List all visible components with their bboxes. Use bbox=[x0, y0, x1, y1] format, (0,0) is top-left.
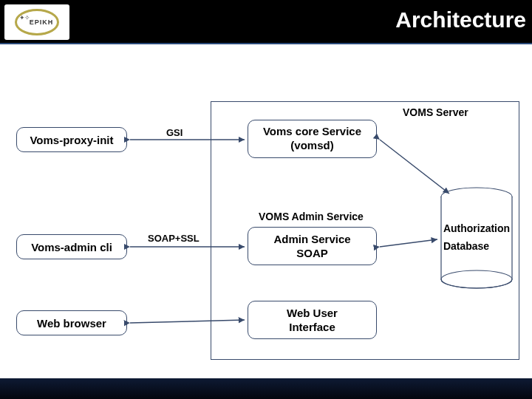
node-label-line2: (vomsd) bbox=[290, 139, 333, 153]
node-admin-service: Admin Service SOAP bbox=[248, 227, 377, 265]
node-label: Web browser bbox=[37, 317, 106, 330]
node-label: Voms-proxy-init bbox=[30, 134, 113, 146]
diagram-canvas: VOMS Server Voms-proxy-init Voms-admin c… bbox=[0, 46, 532, 371]
db-label-line2: Database bbox=[443, 238, 510, 256]
node-label-line1: Web User bbox=[287, 306, 338, 321]
node-label: Voms-admin cli bbox=[31, 241, 112, 253]
node-label-line2: Interface bbox=[289, 320, 335, 335]
header-bar: ✦✧ EPIKH Architecture bbox=[0, 0, 532, 44]
footer-bar bbox=[0, 378, 532, 399]
node-voms-proxy-init: Voms-proxy-init bbox=[16, 127, 127, 152]
node-label-line1: Voms core Service bbox=[263, 125, 361, 139]
page-title: Architecture bbox=[395, 7, 526, 33]
node-label-line1: Admin Service bbox=[273, 232, 350, 247]
group-voms-admin-service: VOMS Admin Service bbox=[259, 211, 364, 222]
node-voms-admin-cli: Voms-admin cli bbox=[16, 234, 127, 259]
edge-label-gsi: GSI bbox=[166, 127, 183, 138]
voms-server-label: VOMS Server bbox=[403, 106, 468, 118]
logo: ✦✧ EPIKH bbox=[4, 4, 69, 40]
node-label-line2: SOAP bbox=[296, 246, 328, 261]
node-authorization-database: Authorization Database bbox=[440, 186, 514, 290]
node-web-user-interface: Web User Interface bbox=[248, 301, 377, 339]
logo-oval: ✦✧ EPIKH bbox=[15, 9, 59, 35]
edge-label-soap-ssl: SOAP+SSL bbox=[148, 233, 200, 244]
node-voms-core-service: Voms core Service (vomsd) bbox=[248, 120, 377, 158]
node-web-browser: Web browser bbox=[16, 310, 127, 335]
db-label-line1: Authorization bbox=[443, 220, 510, 238]
globe-icon: ✦✧ bbox=[19, 14, 40, 24]
